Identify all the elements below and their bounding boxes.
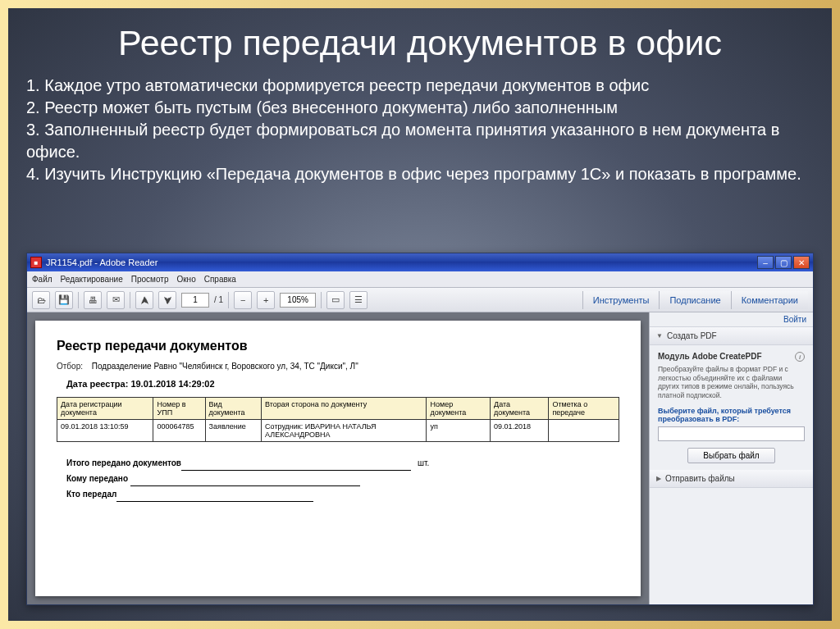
summary-to-label: Кому передано [66, 474, 128, 483]
file-path-input[interactable] [658, 426, 805, 441]
login-link[interactable]: Войти [650, 312, 813, 327]
doc-date: Дата реестра: 19.01.2018 14:29:02 [66, 379, 619, 389]
expand-icon: ▶ [656, 475, 661, 482]
body-p3: 3. Заполненный реестр будет формироватьс… [26, 119, 814, 163]
pdf-file-icon: ■ [30, 257, 42, 268]
menu-edit[interactable]: Редактирование [61, 275, 123, 284]
create-pdf-section: Модуль Adobe CreatePDF i Преобразуйте фа… [650, 345, 813, 470]
accordion-label: Отправить файлы [665, 474, 735, 483]
cell-mark [549, 420, 619, 442]
cell-party: Сотрудник: ИВАРИНА НАТАЛЬЯ АЛЕКСАНДРОВНА [262, 420, 427, 442]
separator-icon [130, 292, 130, 308]
col-doc-number: Номер документа [427, 398, 491, 420]
slide-title: Реестр передачи документов в офис [0, 23, 840, 63]
page-current-input[interactable] [181, 293, 209, 308]
print-icon[interactable]: 🖶 [84, 291, 102, 309]
save-icon[interactable]: 💾 [55, 291, 73, 309]
separator-icon [321, 292, 322, 308]
fit-page-icon[interactable]: ▭ [326, 291, 345, 309]
separator-icon [78, 292, 79, 308]
cell-upp-number: 000064785 [153, 420, 205, 442]
zoom-in-icon[interactable]: + [257, 291, 275, 309]
accordion-send-files[interactable]: ▶ Отправить файлы [650, 470, 813, 488]
choose-file-button[interactable]: Выбрать файл [687, 448, 774, 463]
summary-total-label: Итого передано документов [66, 458, 181, 467]
menu-view[interactable]: Просмотр [131, 275, 169, 284]
close-button[interactable]: ✕ [793, 256, 810, 269]
doc-heading: Реестр передачи документов [57, 339, 619, 353]
table-row: 09.01.2018 13:10:59 000064785 Заявление … [57, 420, 619, 442]
document-viewport[interactable]: Реестр передачи документов Отбор: Подраз… [27, 312, 649, 604]
col-doc-type: Вид документа [205, 398, 261, 420]
window-titlebar: ■ JR1154.pdf - Adobe Reader – ▢ ✕ [27, 253, 813, 271]
tab-comments[interactable]: Комментарии [731, 291, 808, 309]
mail-icon[interactable]: ✉ [107, 291, 125, 309]
body-p1: 1. Каждое утро автоматически формируется… [26, 75, 814, 97]
slide-body: 1. Каждое утро автоматически формируется… [26, 75, 814, 185]
page-up-icon[interactable]: ⮝ [135, 291, 153, 309]
expand-icon: ▼ [656, 332, 663, 340]
col-upp-number: Номер в УПП [153, 398, 205, 420]
col-doc-date: Дата документа [491, 398, 549, 420]
toolbar: 🗁 💾 🖶 ✉ ⮝ ⮟ / 1 − + ▭ ☰ Инструменты Подп… [27, 288, 813, 312]
zoom-input[interactable] [280, 293, 316, 308]
menu-file[interactable]: Файл [32, 275, 52, 284]
open-icon[interactable]: 🗁 [32, 291, 50, 309]
module-description: Преобразуйте файлы в формат PDF и с легк… [658, 365, 805, 400]
accordion-label: Создать PDF [667, 331, 717, 340]
doc-table: Дата регистрации документа Номер в УПП В… [57, 397, 619, 442]
body-p4: 4. Изучить Инструкцию «Передача документ… [26, 163, 814, 185]
tab-sign[interactable]: Подписание [659, 291, 730, 309]
document-page: Реестр передачи документов Отбор: Подраз… [35, 321, 641, 596]
blank-line [116, 501, 313, 502]
adobe-reader-window: ■ JR1154.pdf - Adobe Reader – ▢ ✕ Файл Р… [26, 253, 814, 605]
window-title: JR1154.pdf - Adobe Reader [46, 258, 158, 267]
page-total: / 1 [214, 295, 223, 304]
doc-summary: Итого передано документовшт. Кому переда… [66, 455, 619, 502]
menu-window[interactable]: Окно [176, 275, 195, 284]
filter-value: Подразделение Равно "Челябинск г, Воровс… [92, 362, 358, 371]
cell-doc-number: уп [427, 420, 491, 442]
maximize-button[interactable]: ▢ [775, 256, 792, 269]
summary-unit: шт. [418, 458, 429, 467]
col-party: Вторая сторона по документу [262, 398, 427, 420]
tab-tools[interactable]: Инструменты [582, 291, 660, 309]
col-reg-date: Дата регистрации документа [57, 398, 153, 420]
zoom-out-icon[interactable]: − [234, 291, 252, 309]
separator-icon [228, 292, 229, 308]
minimize-button[interactable]: – [757, 256, 774, 269]
cell-reg-date: 09.01.2018 13:10:59 [57, 420, 153, 442]
menu-help[interactable]: Справка [204, 275, 236, 284]
scroll-mode-icon[interactable]: ☰ [349, 291, 368, 309]
body-p2: 2. Реестр может быть пустым (без внесенн… [26, 97, 814, 119]
page-down-icon[interactable]: ⮟ [158, 291, 176, 309]
choose-file-hint: Выберите файл, который требуется преобра… [658, 407, 805, 423]
summary-from-label: Кто передал [66, 490, 116, 499]
info-icon[interactable]: i [795, 352, 805, 362]
menu-bar: Файл Редактирование Просмотр Окно Справк… [27, 271, 813, 288]
filter-label: Отбор: [57, 362, 83, 371]
cell-doc-date: 09.01.2018 [491, 420, 549, 442]
doc-filter: Отбор: Подразделение Равно "Челябинск г,… [57, 362, 619, 371]
module-name: Модуль Adobe CreatePDF [658, 352, 762, 362]
tools-sidepanel: Войти ▼ Создать PDF Модуль Adobe CreateP… [649, 312, 813, 604]
cell-doc-type: Заявление [205, 420, 261, 442]
accordion-create-pdf[interactable]: ▼ Создать PDF [650, 327, 813, 345]
col-mark: Отметка о передаче [549, 398, 619, 420]
